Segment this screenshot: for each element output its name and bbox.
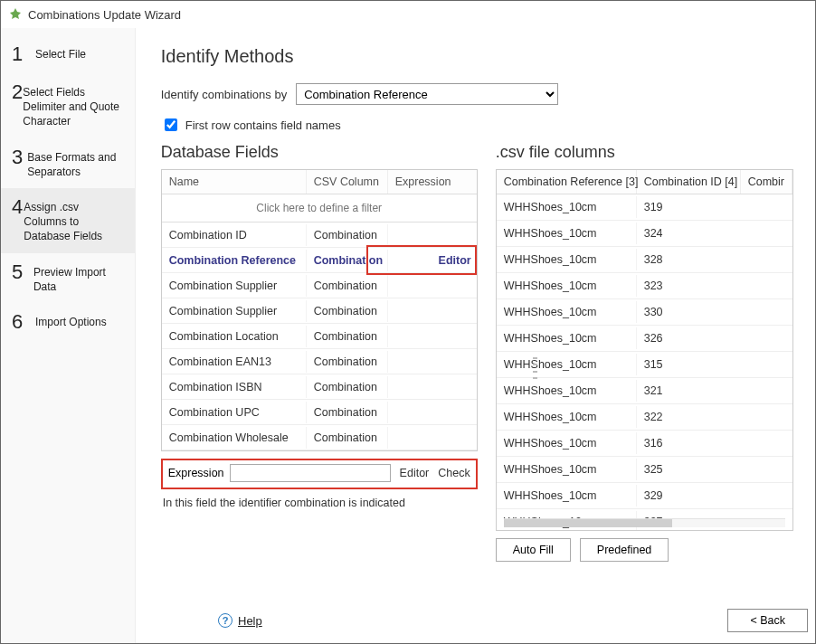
csv-row[interactable]: WHHShoes_10cm325 xyxy=(497,457,792,483)
csv-row[interactable]: WHHShoes_10cm330 xyxy=(497,299,792,326)
csv-row[interactable]: WHHShoes_10cm329 xyxy=(497,483,792,509)
db-row[interactable]: Combination WholesaleCombination xyxy=(162,425,477,450)
db-row[interactable]: Combination ISBNCombination xyxy=(162,374,477,400)
wizard-window: Combinations Update Wizard 1Select File … xyxy=(0,0,816,644)
csv-col-3[interactable]: Combir xyxy=(741,170,792,194)
db-filter-row[interactable]: Click here to define a filter xyxy=(162,194,477,223)
csv-row[interactable]: WHHShoes_10cm324 xyxy=(497,221,792,247)
first-row-checkbox[interactable] xyxy=(165,118,177,131)
db-row[interactable]: Combination LocationCombination xyxy=(162,324,477,349)
expression-label: Expression xyxy=(168,467,224,479)
db-col-name[interactable]: Name xyxy=(162,170,307,194)
csv-row[interactable]: WHHShoes_10cm319 xyxy=(497,194,792,221)
db-col-expr[interactable]: Expression xyxy=(388,170,477,194)
titlebar: Combinations Update Wizard xyxy=(1,1,815,28)
step-preview[interactable]: 5Preview Import Data xyxy=(1,253,135,303)
predefined-button[interactable]: Predefined xyxy=(580,538,669,562)
csv-row[interactable]: WHHShoes_10cm328 xyxy=(497,247,792,273)
help-link[interactable]: ? Help xyxy=(218,613,262,628)
auto-fill-button[interactable]: Auto Fill xyxy=(496,538,571,562)
scrollbar-thumb[interactable] xyxy=(504,519,673,527)
csv-row[interactable]: WHHShoes_10cm323 xyxy=(497,273,792,299)
hint-text: In this field the identifier combination… xyxy=(161,497,478,509)
identify-select[interactable]: Combination Reference xyxy=(296,83,558,105)
db-col-csv[interactable]: CSV Column xyxy=(307,170,388,194)
splitter-handle[interactable] xyxy=(533,357,537,379)
csv-header-row: Combination Reference [3] Combination ID… xyxy=(497,170,792,194)
db-header-row: Name CSV Column Expression xyxy=(162,170,477,194)
expression-panel: Expression Editor Check xyxy=(161,459,478,489)
page-title: Identify Methods xyxy=(161,46,793,67)
window-title: Combinations Update Wizard xyxy=(28,8,181,22)
csv-row[interactable]: WHHShoes_10cm315 xyxy=(497,352,792,378)
csv-horizontal-scrollbar[interactable] xyxy=(504,518,785,527)
csv-row[interactable]: WHHShoes_10cm316 xyxy=(497,431,792,457)
step-assign-columns[interactable]: 4Assign .csv Columns to Database Fields xyxy=(1,188,135,253)
help-icon: ? xyxy=(218,613,232,628)
csv-grid: Combination Reference [3] Combination ID… xyxy=(496,169,793,531)
footer: ? Help < Back xyxy=(218,609,808,632)
editor-link[interactable]: Editor xyxy=(400,467,430,479)
db-row[interactable]: Combination SupplierCombination xyxy=(162,298,477,324)
first-row-label: First row contains field names xyxy=(185,118,341,132)
identify-label: Identify combinations by xyxy=(161,88,287,101)
step-delimiter[interactable]: 2Select Fields Delimiter and Quote Chara… xyxy=(1,73,135,138)
db-fields-heading: Database Fields xyxy=(161,143,478,162)
step-select-file[interactable]: 1Select File xyxy=(1,35,135,73)
db-row[interactable]: Combination UPCCombination xyxy=(162,400,477,425)
csv-col-ref[interactable]: Combination Reference [3] xyxy=(497,170,637,194)
db-row-selected[interactable]: Combination ReferenceCombinationEditor xyxy=(162,248,477,273)
csv-col-id[interactable]: Combination ID [4] xyxy=(637,170,741,194)
step-formats[interactable]: 3Base Formats and Separators xyxy=(1,138,135,188)
db-fields-grid: Name CSV Column Expression Click here to… xyxy=(161,169,478,451)
wizard-steps-sidebar: 1Select File 2Select Fields Delimiter an… xyxy=(1,28,136,643)
csv-heading: .csv file columns xyxy=(496,143,793,162)
db-row[interactable]: Combination IDCombination xyxy=(162,223,477,248)
csv-row[interactable]: WHHShoes_10cm321 xyxy=(497,378,792,404)
csv-row[interactable]: WHHShoes_10cm326 xyxy=(497,326,792,352)
db-row[interactable]: Combination EAN13Combination xyxy=(162,349,477,374)
main-panel: Identify Methods Identify combinations b… xyxy=(136,28,815,643)
step-import-options[interactable]: 6Import Options xyxy=(1,303,135,341)
check-link[interactable]: Check xyxy=(438,467,470,479)
back-button[interactable]: < Back xyxy=(727,609,808,632)
csv-row[interactable]: WHHShoes_10cm322 xyxy=(497,404,792,431)
db-row[interactable]: Combination SupplierCombination xyxy=(162,273,477,298)
expression-input[interactable] xyxy=(230,464,391,482)
app-logo-icon xyxy=(8,7,23,22)
